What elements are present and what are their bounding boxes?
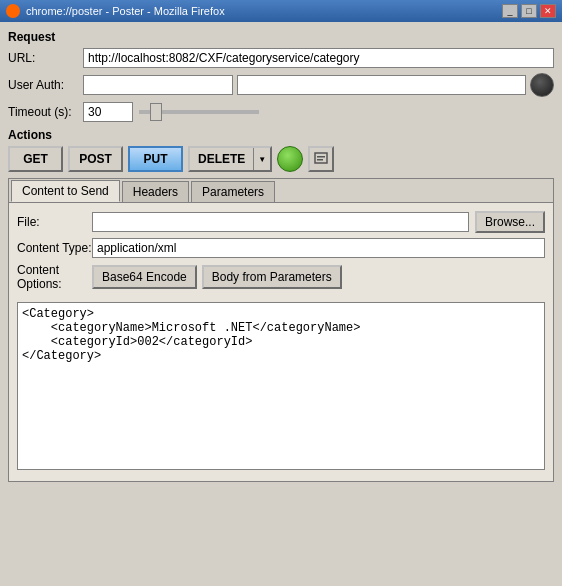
file-input[interactable] [92, 212, 469, 232]
auth-avatar-button[interactable] [530, 73, 554, 97]
close-button[interactable]: ✕ [540, 4, 556, 18]
maximize-button[interactable]: □ [521, 4, 537, 18]
user-auth-label: User Auth: [8, 78, 83, 92]
timeout-slider[interactable] [139, 110, 259, 114]
actions-section: Actions GET POST PUT DELETE ▼ [8, 128, 554, 172]
tab-content-area: File: Browse... Content Type: Content Op… [9, 203, 553, 481]
delete-group[interactable]: DELETE ▼ [188, 146, 272, 172]
browser-icon [6, 4, 20, 18]
get-button[interactable]: GET [8, 146, 63, 172]
timeout-input[interactable] [83, 102, 133, 122]
titlebar-title: chrome://poster - Poster - Mozilla Firef… [26, 5, 502, 17]
delete-dropdown-arrow[interactable]: ▼ [253, 148, 270, 170]
actions-section-label: Actions [8, 128, 554, 142]
url-label: URL: [8, 51, 83, 65]
svg-rect-1 [317, 156, 325, 158]
content-options-row: Content Options: Base64 Encode Body from… [17, 263, 545, 291]
tab-bar: Content to Send Headers Parameters [9, 179, 553, 203]
file-label: File: [17, 215, 92, 229]
method-buttons: GET POST PUT DELETE ▼ [8, 146, 554, 172]
url-row: URL: [8, 48, 554, 68]
put-button[interactable]: PUT [128, 146, 183, 172]
content-options-label: Content Options: [17, 263, 92, 291]
user-auth-input1[interactable] [83, 75, 233, 95]
timeout-label: Timeout (s): [8, 105, 83, 119]
content-type-label: Content Type: [17, 241, 92, 255]
tab-panel: Content to Send Headers Parameters File:… [8, 178, 554, 482]
svg-rect-0 [315, 153, 327, 163]
request-section-label: Request [8, 30, 554, 44]
action-icon [314, 152, 328, 166]
tab-headers[interactable]: Headers [122, 181, 189, 202]
minimize-button[interactable]: _ [502, 4, 518, 18]
tab-content-to-send[interactable]: Content to Send [11, 180, 120, 202]
delete-label: DELETE [190, 148, 253, 170]
post-button[interactable]: POST [68, 146, 123, 172]
user-auth-input2[interactable] [237, 75, 526, 95]
titlebar: chrome://poster - Poster - Mozilla Firef… [0, 0, 562, 22]
file-row: File: Browse... [17, 211, 545, 233]
url-input[interactable] [83, 48, 554, 68]
user-auth-row: User Auth: [8, 73, 554, 97]
content-type-row: Content Type: [17, 238, 545, 258]
browse-button[interactable]: Browse... [475, 211, 545, 233]
action-icon-button[interactable] [308, 146, 334, 172]
svg-rect-2 [317, 159, 323, 161]
timeout-row: Timeout (s): [8, 102, 554, 122]
status-indicator[interactable] [277, 146, 303, 172]
base64-encode-button[interactable]: Base64 Encode [92, 265, 197, 289]
content-type-input[interactable] [92, 238, 545, 258]
window-body: Request URL: User Auth: Timeout (s): Act… [0, 22, 562, 586]
titlebar-buttons: _ □ ✕ [502, 4, 556, 18]
tab-parameters[interactable]: Parameters [191, 181, 275, 202]
body-from-params-button[interactable]: Body from Parameters [202, 265, 342, 289]
body-textarea[interactable] [17, 302, 545, 470]
